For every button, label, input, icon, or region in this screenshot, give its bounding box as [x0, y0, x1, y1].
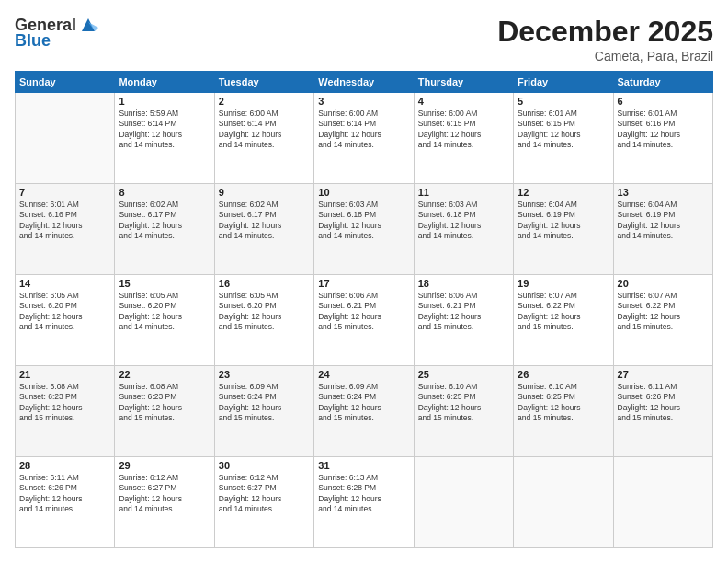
day-number: 12 — [518, 187, 609, 198]
day-number: 23 — [219, 369, 310, 380]
col-tuesday: Tuesday — [214, 72, 313, 93]
day-number: 13 — [618, 187, 709, 198]
calendar-week-row: 1Sunrise: 5:59 AM Sunset: 6:14 PM Daylig… — [16, 93, 713, 184]
table-row — [514, 457, 613, 548]
day-number: 4 — [418, 96, 509, 107]
day-info: Sunrise: 6:03 AM Sunset: 6:18 PM Dayligh… — [418, 200, 509, 242]
day-number: 7 — [19, 187, 110, 198]
calendar-week-row: 14Sunrise: 6:05 AM Sunset: 6:20 PM Dayli… — [16, 275, 713, 366]
calendar-table: Sunday Monday Tuesday Wednesday Thursday… — [15, 71, 713, 548]
day-info: Sunrise: 6:01 AM Sunset: 6:15 PM Dayligh… — [518, 109, 609, 151]
day-info: Sunrise: 6:11 AM Sunset: 6:26 PM Dayligh… — [19, 473, 110, 515]
day-number: 28 — [19, 460, 110, 471]
table-row: 20Sunrise: 6:07 AM Sunset: 6:22 PM Dayli… — [613, 275, 712, 366]
day-number: 11 — [418, 187, 509, 198]
header: General Blue December 2025 Cameta, Para,… — [15, 15, 713, 63]
day-info: Sunrise: 6:01 AM Sunset: 6:16 PM Dayligh… — [618, 109, 709, 151]
day-number: 10 — [318, 187, 409, 198]
title-block: December 2025 Cameta, Para, Brazil — [497, 15, 713, 63]
day-info: Sunrise: 6:05 AM Sunset: 6:20 PM Dayligh… — [119, 291, 210, 333]
logo-icon — [78, 15, 98, 35]
day-info: Sunrise: 6:12 AM Sunset: 6:27 PM Dayligh… — [219, 473, 310, 515]
day-number: 15 — [119, 278, 210, 289]
day-number: 27 — [618, 369, 709, 380]
table-row: 25Sunrise: 6:10 AM Sunset: 6:25 PM Dayli… — [414, 366, 513, 457]
table-row: 3Sunrise: 6:00 AM Sunset: 6:14 PM Daylig… — [314, 93, 414, 184]
day-info: Sunrise: 6:08 AM Sunset: 6:23 PM Dayligh… — [19, 382, 110, 424]
day-info: Sunrise: 6:06 AM Sunset: 6:21 PM Dayligh… — [318, 291, 409, 333]
table-row: 4Sunrise: 6:00 AM Sunset: 6:15 PM Daylig… — [414, 93, 513, 184]
table-row: 17Sunrise: 6:06 AM Sunset: 6:21 PM Dayli… — [314, 275, 414, 366]
month-title: December 2025 — [497, 15, 713, 49]
day-number: 26 — [518, 369, 609, 380]
day-number: 18 — [418, 278, 509, 289]
day-number: 21 — [19, 369, 110, 380]
table-row: 1Sunrise: 5:59 AM Sunset: 6:14 PM Daylig… — [115, 93, 214, 184]
table-row: 14Sunrise: 6:05 AM Sunset: 6:20 PM Dayli… — [16, 275, 115, 366]
day-info: Sunrise: 6:13 AM Sunset: 6:28 PM Dayligh… — [318, 473, 409, 515]
table-row: 19Sunrise: 6:07 AM Sunset: 6:22 PM Dayli… — [514, 275, 613, 366]
table-row: 18Sunrise: 6:06 AM Sunset: 6:21 PM Dayli… — [414, 275, 513, 366]
table-row: 10Sunrise: 6:03 AM Sunset: 6:18 PM Dayli… — [314, 184, 414, 275]
table-row: 11Sunrise: 6:03 AM Sunset: 6:18 PM Dayli… — [414, 184, 513, 275]
table-row: 21Sunrise: 6:08 AM Sunset: 6:23 PM Dayli… — [16, 366, 115, 457]
table-row: 8Sunrise: 6:02 AM Sunset: 6:17 PM Daylig… — [115, 184, 214, 275]
col-saturday: Saturday — [613, 72, 712, 93]
day-info: Sunrise: 6:12 AM Sunset: 6:27 PM Dayligh… — [119, 473, 210, 515]
day-info: Sunrise: 6:11 AM Sunset: 6:26 PM Dayligh… — [618, 382, 709, 424]
day-info: Sunrise: 6:07 AM Sunset: 6:22 PM Dayligh… — [618, 291, 709, 333]
day-info: Sunrise: 6:10 AM Sunset: 6:25 PM Dayligh… — [418, 382, 509, 424]
day-info: Sunrise: 6:08 AM Sunset: 6:23 PM Dayligh… — [119, 382, 210, 424]
table-row: 6Sunrise: 6:01 AM Sunset: 6:16 PM Daylig… — [613, 93, 712, 184]
logo-blue: Blue — [15, 31, 51, 51]
table-row: 16Sunrise: 6:05 AM Sunset: 6:20 PM Dayli… — [214, 275, 313, 366]
day-info: Sunrise: 6:04 AM Sunset: 6:19 PM Dayligh… — [618, 200, 709, 242]
table-row: 27Sunrise: 6:11 AM Sunset: 6:26 PM Dayli… — [613, 366, 712, 457]
col-wednesday: Wednesday — [314, 72, 414, 93]
table-row: 12Sunrise: 6:04 AM Sunset: 6:19 PM Dayli… — [514, 184, 613, 275]
logo: General Blue — [15, 15, 98, 51]
col-sunday: Sunday — [16, 72, 115, 93]
calendar-week-row: 28Sunrise: 6:11 AM Sunset: 6:26 PM Dayli… — [16, 457, 713, 548]
table-row: 26Sunrise: 6:10 AM Sunset: 6:25 PM Dayli… — [514, 366, 613, 457]
day-number: 8 — [119, 187, 210, 198]
day-number: 5 — [518, 96, 609, 107]
day-number: 22 — [119, 369, 210, 380]
col-monday: Monday — [115, 72, 214, 93]
day-number: 25 — [418, 369, 509, 380]
day-info: Sunrise: 6:10 AM Sunset: 6:25 PM Dayligh… — [518, 382, 609, 424]
day-info: Sunrise: 6:02 AM Sunset: 6:17 PM Dayligh… — [219, 200, 310, 242]
day-info: Sunrise: 6:05 AM Sunset: 6:20 PM Dayligh… — [219, 291, 310, 333]
day-info: Sunrise: 6:06 AM Sunset: 6:21 PM Dayligh… — [418, 291, 509, 333]
day-number: 20 — [618, 278, 709, 289]
day-info: Sunrise: 6:09 AM Sunset: 6:24 PM Dayligh… — [318, 382, 409, 424]
table-row — [16, 93, 115, 184]
day-number: 16 — [219, 278, 310, 289]
day-info: Sunrise: 6:09 AM Sunset: 6:24 PM Dayligh… — [219, 382, 310, 424]
table-row: 22Sunrise: 6:08 AM Sunset: 6:23 PM Dayli… — [115, 366, 214, 457]
day-info: Sunrise: 6:05 AM Sunset: 6:20 PM Dayligh… — [19, 291, 110, 333]
col-thursday: Thursday — [414, 72, 513, 93]
day-info: Sunrise: 6:03 AM Sunset: 6:18 PM Dayligh… — [318, 200, 409, 242]
day-number: 14 — [19, 278, 110, 289]
table-row: 24Sunrise: 6:09 AM Sunset: 6:24 PM Dayli… — [314, 366, 414, 457]
table-row: 9Sunrise: 6:02 AM Sunset: 6:17 PM Daylig… — [214, 184, 313, 275]
calendar-header-row: Sunday Monday Tuesday Wednesday Thursday… — [16, 72, 713, 93]
day-number: 30 — [219, 460, 310, 471]
day-info: Sunrise: 6:00 AM Sunset: 6:14 PM Dayligh… — [219, 109, 310, 151]
day-number: 19 — [518, 278, 609, 289]
table-row: 15Sunrise: 6:05 AM Sunset: 6:20 PM Dayli… — [115, 275, 214, 366]
table-row: 29Sunrise: 6:12 AM Sunset: 6:27 PM Dayli… — [115, 457, 214, 548]
col-friday: Friday — [514, 72, 613, 93]
day-info: Sunrise: 6:04 AM Sunset: 6:19 PM Dayligh… — [518, 200, 609, 242]
day-number: 31 — [318, 460, 409, 471]
day-info: Sunrise: 6:02 AM Sunset: 6:17 PM Dayligh… — [119, 200, 210, 242]
day-number: 6 — [618, 96, 709, 107]
table-row — [613, 457, 712, 548]
day-number: 2 — [219, 96, 310, 107]
day-info: Sunrise: 6:01 AM Sunset: 6:16 PM Dayligh… — [19, 200, 110, 242]
day-number: 9 — [219, 187, 310, 198]
page: General Blue December 2025 Cameta, Para,… — [0, 0, 728, 563]
day-number: 17 — [318, 278, 409, 289]
table-row: 30Sunrise: 6:12 AM Sunset: 6:27 PM Dayli… — [214, 457, 313, 548]
